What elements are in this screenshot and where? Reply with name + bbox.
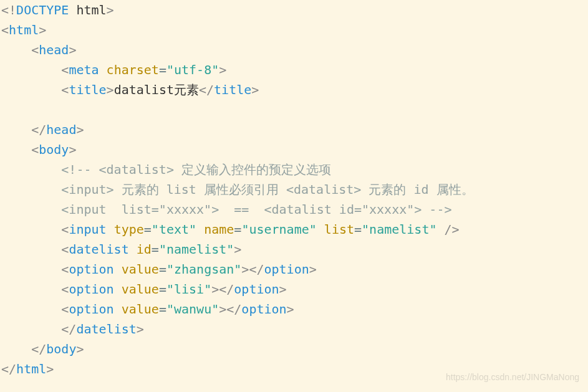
code-line: <title>datalist元素</title> [61,82,259,97]
code-line: </head> [31,122,84,137]
code-line: <head> [31,42,76,57]
code-line: <option value="wanwu"></option> [61,302,294,317]
code-block: <!DOCTYPE html> <html> <head> <meta char… [0,0,588,379]
code-comment: <input list="xxxxx"> == <datalist id="xx… [61,202,451,217]
code-line: <body> [31,142,76,157]
code-line: <meta charset="utf-8"> [61,62,226,77]
code-line: <html> [1,22,46,37]
code-comment: <!-- <datalist> 定义输入控件的预定义选项 [61,162,331,177]
code-line: <option value="lisi"></option> [61,282,286,297]
code-line: <datelist id="namelist"> [61,242,241,257]
code-line: </body> [31,342,84,356]
code-line: <!DOCTYPE html> [1,2,114,17]
code-line: </html> [1,361,54,376]
code-line: <option value="zhangsan"></option> [61,262,316,277]
code-comment: <input> 元素的 list 属性必须引用 <datalist> 元素的 i… [61,182,473,197]
code-line: <input type="text" name="username" list=… [61,222,459,237]
code-line: </datelist> [61,322,143,337]
